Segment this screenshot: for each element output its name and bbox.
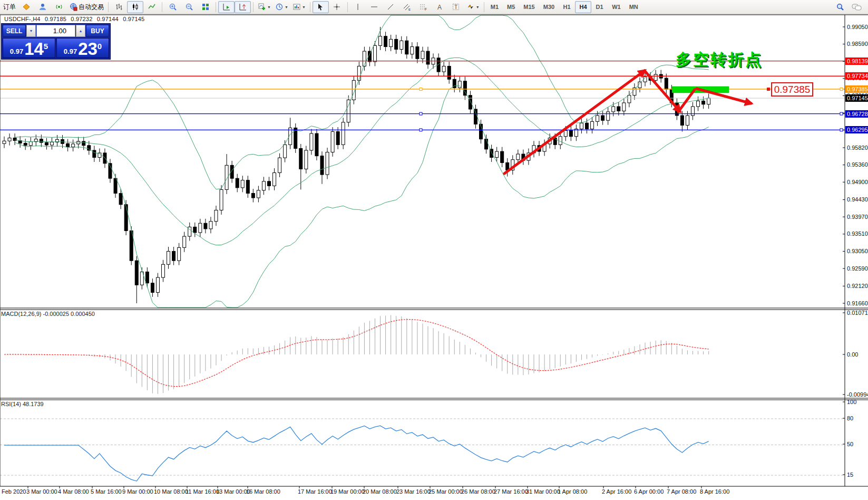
new-order-button[interactable]: 订单 xyxy=(1,1,18,13)
price-level-badge: 0.97734 xyxy=(845,72,868,80)
tile-windows-icon[interactable] xyxy=(197,1,213,13)
cursor-icon[interactable] xyxy=(313,1,329,13)
chart-shift-icon[interactable] xyxy=(235,1,251,13)
autotrade-button[interactable]: 自动交易 xyxy=(67,1,106,13)
search-icon[interactable] xyxy=(832,1,849,13)
time-axis-label: 1 Apr 08:00 xyxy=(558,488,587,495)
time-axis-label: 25 Mar 00:00 xyxy=(428,488,463,495)
line-chart-icon[interactable] xyxy=(143,1,160,13)
low-value: 0.97144 xyxy=(97,16,119,22)
timeframe-m15[interactable]: M15 xyxy=(519,1,539,13)
channel-icon[interactable]: E xyxy=(399,1,415,13)
trendline-icon[interactable] xyxy=(383,1,399,13)
time-axis-label: 26 Mar 08:00 xyxy=(461,488,495,495)
timeframe-d1[interactable]: D1 xyxy=(591,1,608,13)
time-axis-label: 10 Mar 08:00 xyxy=(154,488,188,495)
signal-icon[interactable] xyxy=(51,1,67,13)
toolbar-separator xyxy=(310,2,310,12)
add-indicator-button[interactable]: ▼ xyxy=(256,1,273,13)
price-callout-label[interactable]: 0.97385 xyxy=(771,82,813,97)
time-axis-label: 23 Mar 16:00 xyxy=(396,488,431,495)
gold-bar-icon[interactable] xyxy=(18,1,34,13)
timeframe-mn[interactable]: MN xyxy=(625,1,642,13)
time-axis-label: 4 Mar 08:00 xyxy=(58,488,89,495)
price-level-badge: 0.96728 xyxy=(845,110,868,118)
arrow-shapes-icon xyxy=(466,3,475,11)
price-axis-tick: 0.94430 xyxy=(847,196,868,203)
svg-text:E: E xyxy=(408,8,411,11)
turning-point-annotation[interactable]: 多空转折点 xyxy=(676,49,763,71)
timeframe-w1[interactable]: W1 xyxy=(608,1,625,13)
chat-icon[interactable] xyxy=(849,1,865,13)
periods-clock-button[interactable]: ▼ xyxy=(273,1,290,13)
text-icon[interactable]: A xyxy=(432,1,448,13)
sell-button[interactable]: SELL xyxy=(3,25,26,37)
toolbar-separator xyxy=(216,2,216,12)
timeframe-label: W1 xyxy=(610,4,623,10)
user-icon[interactable] xyxy=(34,1,51,13)
autotrade-globe-icon xyxy=(69,3,77,11)
vertical-line-icon[interactable] xyxy=(350,1,366,13)
lot-increase-button[interactable]: ▲ xyxy=(76,25,85,37)
high-value: 0.97232 xyxy=(71,16,92,22)
toolbar-separator xyxy=(347,2,348,12)
timeframe-label: H1 xyxy=(561,4,573,10)
toolbar-separator xyxy=(162,2,162,12)
sell-price-button[interactable]: 0.97 14 5 xyxy=(3,38,55,58)
horizontal-line-icon[interactable] xyxy=(366,1,383,13)
periods-clock-icon xyxy=(275,3,284,11)
lot-decrease-button[interactable]: ▼ xyxy=(26,25,36,37)
buy-price-big: 23 xyxy=(78,41,97,57)
price-level-badge: 0.98139 xyxy=(845,57,868,65)
bar-chart-icon[interactable] xyxy=(111,1,127,13)
price-axis-tick: 0.93050 xyxy=(847,248,868,254)
sell-price-big: 14 xyxy=(24,41,44,57)
text-label-icon[interactable]: T xyxy=(448,1,464,13)
buy-price-button[interactable]: 0.97 23 0 xyxy=(56,38,109,58)
fibonacci-icon[interactable]: F xyxy=(415,1,432,13)
macd-axis-tick: 0.00 xyxy=(847,351,858,358)
toolbar-separator xyxy=(108,2,109,12)
time-axis-label: 16 Mar 08:00 xyxy=(246,488,280,495)
svg-text:F: F xyxy=(425,7,427,11)
price-axis-tick: 0.95820 xyxy=(847,145,868,151)
timeframe-h1[interactable]: H1 xyxy=(559,1,575,13)
template-icon xyxy=(292,3,301,11)
crosshair-icon[interactable] xyxy=(329,1,345,13)
timeframe-m1[interactable]: M1 xyxy=(486,1,503,13)
arrow-shapes-button[interactable]: ▼ xyxy=(464,1,482,13)
candlestick-icon[interactable] xyxy=(127,1,143,13)
axis-layer: 0.990500.985900.981300.976700.972100.967… xyxy=(0,0,868,500)
toolbar-right-group xyxy=(832,1,865,13)
chevron-down-icon: ▼ xyxy=(285,5,288,9)
zoom-in-icon[interactable] xyxy=(164,1,181,13)
time-axis-label: Feb 2020 xyxy=(2,488,26,495)
main-toolbar: 订单 自动交易 ▼ ▼ xyxy=(0,0,868,14)
time-axis-label: 3 Mar 00:00 xyxy=(26,488,57,495)
symbol-period-label: USDCHF-,H4 xyxy=(4,16,41,22)
time-axis-label: 20 Mar 08:00 xyxy=(363,488,397,495)
chevron-down-icon: ▼ xyxy=(476,5,480,9)
timeframe-m30[interactable]: M30 xyxy=(539,1,559,13)
rsi-axis-tick: 100 xyxy=(847,399,856,405)
macd-axis-tick: -0.009944 xyxy=(847,391,868,398)
price-axis-tick: 0.93970 xyxy=(847,214,868,220)
zoom-out-icon[interactable] xyxy=(181,1,197,13)
time-axis-label: 27 Mar 16:00 xyxy=(494,488,528,495)
template-button[interactable]: ▼ xyxy=(290,1,308,13)
macd-indicator-label: MACD(12,26,9) -0.000025 0.000450 xyxy=(1,311,95,317)
time-axis-label: 9 Mar 00:00 xyxy=(122,488,153,495)
lot-size-input[interactable]: 1.00 xyxy=(36,25,75,37)
mt4-terminal: { "toolbar": { "order_label": "订单", "aut… xyxy=(0,0,868,500)
timeframe-h4[interactable]: H4 xyxy=(575,1,591,13)
autoscroll-icon[interactable] xyxy=(218,1,235,13)
timeframe-label: D1 xyxy=(594,4,606,10)
time-axis-label: 5 Mar 16:00 xyxy=(91,488,122,495)
sell-price-prefix: 0.97 xyxy=(10,47,23,55)
toolbar-separator xyxy=(484,2,484,12)
rsi-indicator-label: RSI(14) 48.1739 xyxy=(1,401,44,407)
buy-button[interactable]: BUY xyxy=(86,25,109,37)
macd-axis-tick: 0.010719 xyxy=(847,310,868,316)
timeframe-m5[interactable]: M5 xyxy=(503,1,519,13)
svg-text:T: T xyxy=(454,4,457,10)
